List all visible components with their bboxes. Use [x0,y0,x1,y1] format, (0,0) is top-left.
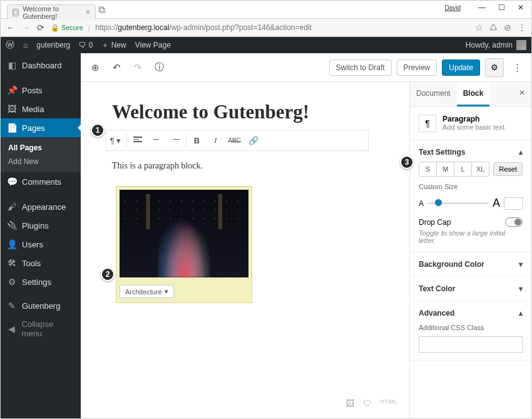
sidebar-item-appearance[interactable]: 🖌Appearance [1,197,81,216]
insert-shield-icon[interactable]: 🛡 [363,398,372,408]
wp-logo-icon[interactable]: ⓦ [6,39,14,51]
sidebar-item-gutenberg[interactable]: ✎Gutenberg [1,296,81,315]
align-center-button[interactable] [147,130,166,150]
extension-icon[interactable]: ♺ [489,23,498,33]
browser-tab[interactable]: ▢ Welcome to Gutenberg! × [7,4,96,19]
nav-forward-icon[interactable]: → [21,23,31,33]
nav-reload-icon[interactable]: ⟳ [36,23,46,33]
add-block-button[interactable]: ⊕ [87,59,103,76]
sidebar-sub-all-pages[interactable]: All Pages [1,141,81,155]
comments-icon[interactable]: 🗨 0 [79,41,93,49]
chevron-up-icon[interactable]: ▴ [519,309,523,318]
nav-back-icon[interactable]: ← [6,23,16,33]
align-left-button[interactable] [128,130,147,150]
post-title[interactable]: Welcome to Gutenberg! [112,101,409,123]
insert-html-icon[interactable]: HTML [381,398,397,408]
align-right-button[interactable] [166,130,185,150]
panel-bg-color[interactable]: Background Color▾ [410,252,531,277]
block-card: ¶ Paragraph Add some basic text. [410,107,531,140]
site-name[interactable]: gutenberg [36,41,70,49]
users-icon: 👤 [7,239,17,249]
font-size-slider[interactable] [427,202,489,204]
os-user-label: David [444,4,461,11]
view-page-link[interactable]: View Page [135,41,171,49]
media-icon: 🖾 [7,104,17,114]
undo-button[interactable]: ↶ [108,59,125,76]
howdy-text[interactable]: Howdy, admin [466,41,513,49]
custom-size-label: Custom Size [419,183,523,190]
sidebar-submenu-pages: All Pages Add New [1,137,81,172]
new-tab-button[interactable]: ⧉ [98,4,105,18]
sidebar-item-plugins[interactable]: 🔌Plugins [1,216,81,235]
chevron-down-icon[interactable]: ▾ [519,260,523,269]
secure-indicator[interactable]: 🔒 Secure [51,24,83,32]
font-size-buttons: S M L XL [419,162,489,177]
more-menu-button[interactable]: ⋮ [509,59,525,76]
tools-icon: 🛠 [7,258,17,268]
sidebar-sub-add-new[interactable]: Add New [1,155,81,168]
block-type-button[interactable]: ¶ ▾ [106,130,125,150]
panel-text-color[interactable]: Text Color▾ [410,277,531,301]
tab-close-icon[interactable]: × [86,8,90,17]
size-small-a-icon: A [419,199,424,208]
link-button[interactable]: 🔗 [244,130,263,150]
size-l[interactable]: L [454,162,472,176]
sidebar-collapse[interactable]: ◀Collapse menu [1,315,81,343]
url-text[interactable]: https://gutenberg.local/wp-admin/post.ph… [95,23,470,32]
gutenberg-icon: ✎ [7,301,17,311]
chevron-up-icon[interactable]: ▴ [519,148,523,157]
window-close[interactable]: ✕ [518,3,524,12]
css-class-input[interactable] [419,336,523,353]
reset-size-button[interactable]: Reset [493,162,523,176]
block-toolbar: ¶ ▾ B I ABC 🔗 [106,130,369,151]
annotation-3: 3 [400,155,414,169]
sidebar-item-media[interactable]: 🖾Media [1,100,81,118]
wp-admin-bar: ⓦ ⌂ gutenberg 🗨 0 ＋ New View Page Howdy,… [1,37,531,53]
blocker-icon[interactable]: ⊘ [504,23,511,33]
bookmark-icon[interactable]: ☆ [475,23,483,33]
tab-block[interactable]: Block [457,82,490,106]
paragraph-block[interactable]: This is a paragraph block. [112,157,362,175]
window-minimize[interactable]: — [478,3,486,12]
tab-document[interactable]: Document [410,82,457,106]
inspector-close-button[interactable]: ✕ [513,82,531,106]
settings-gear-button[interactable]: ⚙ [485,58,504,77]
bold-button[interactable]: B [188,130,207,150]
site-icon[interactable]: ⌂ [23,41,28,49]
sidebar-item-dashboard[interactable]: ◧Dashboard [1,56,81,75]
drop-cap-toggle[interactable] [505,217,523,227]
chevron-down-icon[interactable]: ▾ [519,284,523,293]
chevron-down-icon: ▾ [165,287,168,296]
drop-cap-hint: Toggle to show a large initial letter. [419,229,523,244]
settings-icon: ⚙ [7,277,17,287]
update-button[interactable]: Update [442,59,480,76]
editor-canvas[interactable]: Welcome to Gutenberg! ¶ ▾ B I ABC 🔗 This… [81,82,409,418]
avatar[interactable] [516,40,526,50]
menu-icon[interactable]: ⋮ [518,23,526,33]
tab-favicon: ▢ [13,9,19,16]
image-placeholder[interactable] [120,190,248,277]
size-m[interactable]: M [437,162,454,176]
sidebar-item-tools[interactable]: 🛠Tools [1,254,81,272]
switch-draft-button[interactable]: Switch to Draft [329,59,392,76]
redo-button[interactable]: ↷ [130,59,146,76]
sidebar-item-pages[interactable]: 📄Pages [1,118,81,137]
italic-button[interactable]: I [207,130,225,150]
sidebar-item-users[interactable]: 👤Users [1,235,81,254]
window-maximize[interactable]: ☐ [498,3,505,12]
new-button[interactable]: ＋ New [101,40,126,51]
sidebar-item-settings[interactable]: ⚙Settings [1,272,81,291]
category-select[interactable]: Architecture▾ [120,285,174,298]
strikethrough-button[interactable]: ABC [225,130,244,150]
info-button[interactable]: ⓘ [151,59,167,76]
sidebar-item-comments[interactable]: 💬Comments [1,172,81,191]
insert-image-icon[interactable]: 🖼 [345,398,354,408]
size-xl[interactable]: XL [472,162,489,176]
size-s[interactable]: S [419,162,437,176]
paragraph-icon: ¶ [419,115,436,132]
preview-button[interactable]: Preview [397,59,437,76]
image-block[interactable]: Architecture▾ [116,186,252,303]
sidebar-item-posts[interactable]: 📌Posts [1,81,81,100]
font-size-input[interactable] [504,197,523,210]
inserter-icons: 🖼 🛡 HTML [345,398,397,408]
